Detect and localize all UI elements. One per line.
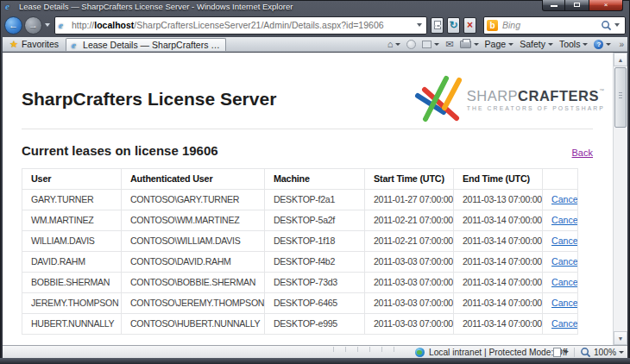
cell-end: 2011-03-14 07:00:00	[454, 293, 543, 314]
command-bar: ⌂ ✉ Page Safety Tools ? »	[387, 37, 627, 51]
title-bar: e Lease Details — SharpCrafters License …	[0, 0, 630, 13]
cell-user: JEREMY.THOMPSON	[22, 293, 122, 314]
zoom-level: 100%	[594, 348, 616, 357]
toolbar-overflow-icon[interactable]: »	[619, 40, 624, 49]
search-box[interactable]: b Bing	[483, 16, 626, 35]
column-header: Authenticated User	[122, 169, 265, 190]
maximize-button[interactable]	[565, 0, 589, 11]
cell-start: 2011-03-03 07:00:00	[365, 293, 454, 314]
cell-auth: CONTOSO\GARY.TURNER	[122, 190, 265, 210]
compatibility-view-button[interactable]	[431, 17, 444, 34]
cell-end: 2011-03-14 07:00:00	[454, 231, 543, 252]
home-button[interactable]: ⌂	[387, 39, 401, 49]
tab-lease-details[interactable]: e Lease Details — SharpCrafters License …	[66, 38, 226, 51]
search-icon[interactable]	[601, 20, 612, 31]
table-row: HUBERT.NUNNALLYCONTOSO\HUBERT.NUNNALLYDE…	[22, 314, 578, 335]
zoom-icon	[580, 347, 591, 358]
cell-machine: DESKTOP-e995	[265, 314, 365, 335]
statusbar-separators	[333, 347, 394, 352]
stop-icon: ×	[467, 21, 473, 29]
table-row: WILLIAM.DAVISCONTOSO\WILLIAM.DAVISDESKTO…	[22, 231, 578, 252]
zoom-control[interactable]: 100%	[580, 347, 624, 358]
column-header: Start Time (UTC)	[365, 169, 454, 190]
cell-start: 2011-01-27 07:00:00	[365, 190, 454, 210]
slideshow-button[interactable]	[422, 41, 439, 48]
scroll-up-button[interactable]: ▲	[614, 53, 627, 66]
help-icon: ?	[594, 40, 603, 49]
refresh-button[interactable]: ↻	[447, 17, 460, 34]
cell-end: 2011-03-14 07:00:00	[454, 252, 543, 273]
url-text: http://localhost/SharpCraftersLicenseSer…	[72, 20, 414, 30]
cell-auth: CONTOSO\JEREMY.THOMPSON	[122, 293, 265, 314]
address-dropdown-icon[interactable]	[417, 23, 422, 27]
favorites-star-icon: ★	[9, 39, 18, 50]
ie-icon: e	[5, 2, 15, 11]
logo-tagline: THE CREATORS OF POSTSHARP	[467, 105, 605, 111]
divider	[22, 129, 593, 129]
cancel-link[interactable]: Cancel	[551, 256, 578, 267]
safety-menu[interactable]: Safety	[520, 39, 553, 49]
history-dropdown-icon[interactable]	[45, 23, 50, 27]
table-row: WM.MARTINEZCONTOSO\WM.MARTINEZDESKTOP-5a…	[22, 210, 578, 231]
cell-machine: DESKTOP-1f18	[265, 231, 365, 252]
vertical-scrollbar[interactable]: ▲ ▼	[613, 53, 627, 345]
minimize-button[interactable]	[542, 0, 565, 11]
browser-window: e Lease Details — SharpCrafters License …	[0, 0, 630, 364]
favorites-button[interactable]: ★ Favorites	[3, 37, 66, 51]
cell-machine: DESKTOP-6465	[265, 293, 365, 314]
close-button[interactable]: ×	[589, 0, 623, 11]
back-link[interactable]: Back	[572, 147, 593, 158]
table-row: DAVID.RAHMCONTOSO\DAVID.RAHMDESKTOP-f4b2…	[22, 252, 578, 273]
scroll-down-button[interactable]: ▼	[614, 331, 627, 345]
back-button[interactable]: ←	[4, 16, 22, 35]
leases-table: UserAuthenticated UserMachineStart Time …	[22, 168, 578, 335]
cell-auth: CONTOSO\BOBBIE.SHERMAN	[122, 273, 265, 293]
favorites-label: Favorites	[22, 39, 59, 49]
cancel-link[interactable]: Cancel	[551, 318, 578, 329]
cell-machine: DESKTOP-5a2f	[265, 210, 365, 231]
column-header	[543, 169, 578, 190]
security-zone: Local intranet | Protected Mode: Off	[415, 348, 567, 357]
search-placeholder: Bing	[502, 20, 601, 30]
cell-auth: CONTOSO\WM.MARTINEZ	[122, 210, 265, 231]
cell-user: DAVID.RAHM	[22, 252, 122, 273]
window-frame-bottom	[0, 358, 630, 364]
page-icon: e	[59, 21, 68, 30]
intranet-zone-icon	[415, 348, 425, 357]
page-title: SharpCrafters License Server	[22, 89, 276, 110]
page-content: SharpCrafters License Server SHARPCRAFTE…	[3, 53, 627, 345]
help-menu[interactable]: ?	[594, 40, 611, 49]
search-dropdown-icon[interactable]	[614, 23, 620, 27]
cell-auth: CONTOSO\WILLIAM.DAVIS	[122, 231, 265, 252]
status-bar: Local intranet | Protected Mode: Off 100…	[3, 345, 627, 358]
cell-end: 2011-03-14 07:00:00	[454, 273, 543, 293]
logo-wordmark: SHARPCRAFTERS™	[467, 88, 605, 104]
column-header: User	[22, 169, 122, 190]
view-mode-button[interactable]	[553, 348, 569, 357]
cell-cancel: Cancel	[543, 190, 578, 210]
navigation-bar: ← → e http://localhost/SharpCraftersLice…	[0, 13, 630, 37]
cancel-link[interactable]: Cancel	[551, 235, 578, 246]
cell-start: 2011-02-21 07:00:00	[365, 231, 454, 252]
cancel-link[interactable]: Cancel	[551, 277, 578, 287]
cell-user: WILLIAM.DAVIS	[22, 231, 122, 252]
address-bar[interactable]: e http://localhost/SharpCraftersLicenseS…	[54, 16, 427, 35]
cancel-link[interactable]: Cancel	[551, 194, 578, 204]
cancel-link[interactable]: Cancel	[551, 215, 578, 225]
read-mail-icon[interactable]: ✉	[445, 39, 453, 50]
cell-auth: CONTOSO\DAVID.RAHM	[122, 252, 265, 273]
stop-button[interactable]: ×	[463, 17, 476, 34]
bing-icon: b	[487, 20, 498, 31]
zone-text: Local intranet | Protected Mode: Off	[429, 348, 567, 357]
cell-auth: CONTOSO\HUBERT.NUNNALLY	[122, 314, 265, 335]
table-header-row: UserAuthenticated UserMachineStart Time …	[22, 169, 578, 190]
print-button[interactable]	[460, 41, 479, 48]
cancel-link[interactable]: Cancel	[551, 298, 578, 308]
feeds-icon[interactable]	[406, 40, 416, 49]
scrollbar-thumb[interactable]	[614, 67, 627, 128]
page-menu[interactable]: Page	[485, 39, 514, 49]
page-view-icon	[553, 348, 561, 357]
tools-menu[interactable]: Tools	[559, 39, 589, 49]
forward-button[interactable]: →	[24, 16, 42, 35]
cell-cancel: Cancel	[543, 273, 578, 293]
